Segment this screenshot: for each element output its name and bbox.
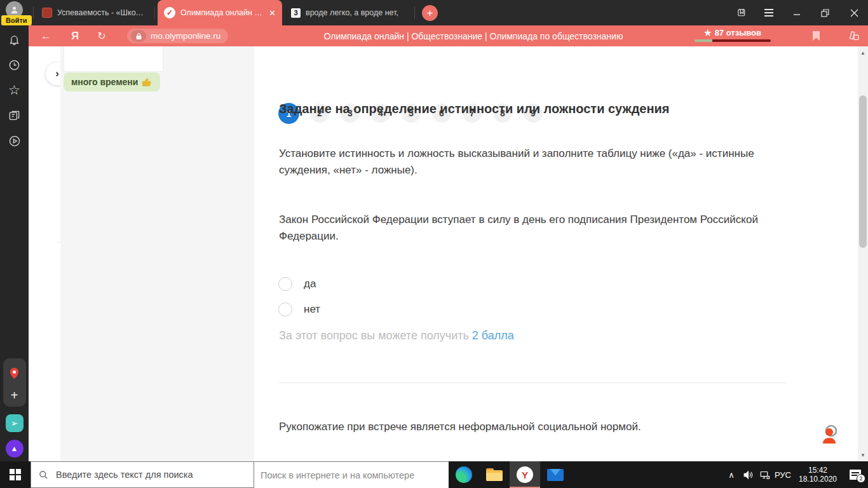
answer-option-yes[interactable]: да bbox=[278, 277, 316, 291]
login-button[interactable]: Войти bbox=[1, 15, 32, 25]
messenger-button[interactable]: ➢ bbox=[0, 410, 29, 436]
search-placeholder: Введите здесь текст для поиска bbox=[56, 470, 193, 480]
user-icon bbox=[10, 5, 19, 15]
reviews-rating-bar bbox=[695, 39, 771, 42]
browser-tab-bar: Войти Успеваемость - «Школьнь ✓ Олимпиад… bbox=[0, 0, 868, 25]
task-instruction: Установите истинность и ложность высказы… bbox=[279, 146, 768, 179]
back-button[interactable]: ← bbox=[35, 25, 57, 46]
tray-hidden-icons-button[interactable]: ∧ bbox=[723, 461, 740, 488]
radio-yes-label: да bbox=[304, 278, 316, 290]
tray-network-button[interactable] bbox=[756, 461, 773, 488]
page-rail bbox=[29, 46, 60, 461]
messenger-icon: ➢ bbox=[6, 414, 24, 432]
new-tab-button[interactable]: + bbox=[422, 5, 438, 21]
star-icon: ★ bbox=[704, 28, 712, 37]
mail-icon bbox=[547, 469, 564, 481]
speaker-icon bbox=[743, 470, 754, 480]
browser-sidebar: ☆ + ➢ ▲ bbox=[0, 25, 29, 461]
video-button[interactable] bbox=[0, 128, 29, 154]
windows-logo-icon bbox=[10, 469, 21, 480]
radio-no-label: нет bbox=[304, 303, 320, 316]
feed-button[interactable] bbox=[0, 103, 29, 128]
notifications-button[interactable] bbox=[0, 27, 29, 52]
edge-icon bbox=[456, 466, 472, 483]
time-tooltip: много времени bbox=[64, 72, 160, 92]
section-divider bbox=[279, 383, 787, 383]
restore-button[interactable] bbox=[812, 0, 837, 25]
time-tooltip-text: много времени bbox=[71, 77, 138, 87]
taskbar-mail-button[interactable] bbox=[540, 461, 571, 488]
scroll-down-arrow[interactable]: ▼ bbox=[858, 450, 868, 460]
taskbar-yandex-button[interactable]: Y bbox=[510, 461, 540, 488]
tab-gradebook[interactable]: Успеваемость - «Школьнь bbox=[36, 0, 151, 25]
site-reviews-badge[interactable]: ★ 87 отзывов bbox=[695, 28, 771, 42]
notification-count-badge: 2 bbox=[857, 474, 865, 483]
action-center-button[interactable]: 2 bbox=[843, 461, 868, 488]
network-icon bbox=[759, 470, 770, 480]
notes-icon bbox=[8, 110, 20, 122]
answer-option-no[interactable]: нет bbox=[278, 302, 320, 316]
notification-icon: 2 bbox=[850, 470, 861, 480]
add-service-button[interactable]: + bbox=[0, 383, 29, 408]
alice-button[interactable]: ▲ bbox=[0, 436, 29, 461]
taskbar-explorer-button[interactable] bbox=[479, 461, 510, 488]
tab-other[interactable]: 3 вроде легко, а вроде нет, bbox=[285, 0, 409, 25]
history-button[interactable] bbox=[0, 52, 29, 78]
chat-card bbox=[64, 46, 163, 72]
tray-clock[interactable]: 15:42 18.10.2020 bbox=[793, 461, 843, 488]
start-button[interactable] bbox=[0, 461, 31, 488]
tab-close-icon[interactable]: ✕ bbox=[269, 8, 276, 18]
hamburger-menu-icon bbox=[764, 8, 774, 17]
tab-title: вроде легко, а вроде нет, bbox=[306, 8, 398, 17]
task-heading: Задание на определение истинности или ло… bbox=[279, 102, 787, 116]
reload-button[interactable]: ↻ bbox=[92, 25, 111, 46]
date-label: 18.10.2020 bbox=[799, 475, 837, 484]
bookmarks-button[interactable]: ☆ bbox=[0, 78, 29, 103]
url-text: mo.olymponline.ru bbox=[151, 31, 220, 41]
tray-language-button[interactable]: РУС bbox=[771, 461, 794, 488]
tab-title: Олимпиада онлайн | О bbox=[180, 8, 264, 17]
bookmark-flag-icon bbox=[812, 31, 820, 41]
points-value-link[interactable]: 2 балла bbox=[472, 329, 514, 342]
quiz-content: 1 2 3 4 5 6 7 8 9 Задание на определение… bbox=[254, 46, 858, 461]
tab-divider bbox=[414, 6, 415, 19]
scrollbar-thumb[interactable] bbox=[859, 95, 867, 248]
chevron-right-icon: › bbox=[55, 67, 59, 80]
restore-icon bbox=[821, 9, 829, 17]
minimize-button[interactable] bbox=[784, 0, 810, 25]
time-label: 15:42 bbox=[808, 466, 827, 475]
taskbar-edge-button[interactable] bbox=[449, 461, 479, 488]
taskbar-search-box[interactable]: Введите здесь текст для поиска bbox=[31, 461, 254, 488]
close-window-button[interactable] bbox=[841, 0, 867, 25]
close-icon bbox=[850, 9, 858, 17]
points-prefix: За этот вопрос вы можете получить bbox=[279, 329, 469, 342]
scroll-up-arrow[interactable]: ▲ bbox=[858, 48, 868, 58]
collections-button[interactable] bbox=[842, 25, 865, 46]
tray-volume-button[interactable] bbox=[739, 461, 757, 488]
support-person-icon bbox=[821, 424, 840, 444]
map-pin-icon bbox=[9, 367, 20, 380]
chevron-up-icon: ∧ bbox=[728, 470, 735, 480]
language-label: РУС bbox=[775, 470, 791, 480]
yandex-logo-icon[interactable]: Я bbox=[65, 25, 85, 46]
plus-icon: + bbox=[11, 388, 18, 403]
gradebook-favicon bbox=[42, 8, 52, 18]
support-chat-button[interactable] bbox=[819, 423, 842, 445]
taskbar-search-hint: Поиск в интернете и на компьютере bbox=[254, 461, 449, 488]
thumbs-up-icon bbox=[142, 77, 153, 88]
radio-no[interactable] bbox=[278, 302, 292, 316]
address-bar: ← Я ↻ mo.olymponline.ru Олимпиада онлайн… bbox=[29, 25, 868, 46]
radio-yes[interactable] bbox=[278, 277, 292, 291]
side-panel-button[interactable] bbox=[729, 0, 754, 25]
statement-1: Закон Российской Федерации вступает в си… bbox=[279, 212, 768, 245]
lock-icon bbox=[135, 32, 142, 40]
folder-icon bbox=[486, 468, 503, 481]
secure-lock-icon[interactable] bbox=[131, 30, 146, 42]
star-outline-icon: ☆ bbox=[8, 83, 20, 98]
olympiad-favicon: ✓ bbox=[164, 7, 175, 18]
alice-icon: ▲ bbox=[6, 440, 24, 458]
bookmark-flag-button[interactable] bbox=[805, 25, 827, 46]
url-field[interactable]: mo.olymponline.ru bbox=[127, 29, 228, 43]
browser-menu-button[interactable] bbox=[756, 0, 782, 25]
tab-olympiad-active[interactable]: ✓ Олимпиада онлайн | О ✕ bbox=[158, 0, 282, 25]
